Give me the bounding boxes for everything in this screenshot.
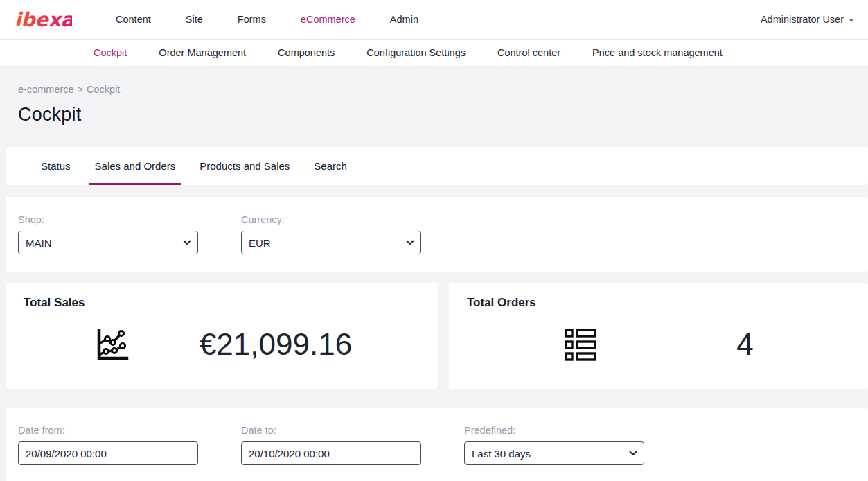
predefined-field: Predefined: Last 30 days	[464, 425, 644, 469]
shop-label: Shop:	[18, 214, 198, 225]
date-to-label: Date to:	[241, 425, 421, 436]
total-sales-title: Total Sales	[6, 283, 438, 310]
top-navbar: ibexa Content Site Forms eCommerce Admin…	[0, 0, 868, 40]
subnav-item-price-stock-management[interactable]: Price and stock management	[592, 47, 723, 58]
logo-text: ibexa	[15, 8, 72, 31]
line-chart-icon	[91, 324, 132, 365]
summary-cards-row: Total Sales €21,099.16 Total Orders	[6, 283, 868, 389]
date-from-input[interactable]	[18, 441, 198, 465]
chevron-down-icon	[849, 19, 854, 22]
ecommerce-subnav: Cockpit Order Management Components Conf…	[0, 40, 868, 67]
shop-select[interactable]: MAIN	[18, 231, 198, 254]
tab-products-and-sales[interactable]: Products and Sales	[194, 147, 295, 185]
main-menu: Content Site Forms eCommerce Admin	[98, 14, 436, 25]
tab-bar: Status Sales and Orders Products and Sal…	[6, 147, 868, 185]
orders-list-icon	[563, 326, 598, 362]
date-from-label: Date from:	[18, 425, 198, 436]
tab-sales-and-orders[interactable]: Sales and Orders	[89, 147, 181, 185]
total-sales-value: €21,099.16	[200, 327, 352, 362]
page-title: Cockpit	[18, 104, 868, 125]
breadcrumb-cockpit: Cockpit	[87, 84, 120, 95]
tab-status[interactable]: Status	[35, 147, 76, 185]
subnav-item-components[interactable]: Components	[278, 47, 335, 58]
menu-item-admin[interactable]: Admin	[373, 14, 436, 25]
menu-item-content[interactable]: Content	[98, 14, 168, 25]
menu-item-ecommerce[interactable]: eCommerce	[283, 14, 373, 25]
breadcrumb-ecommerce[interactable]: e-commerce	[18, 84, 74, 95]
predefined-select[interactable]: Last 30 days	[464, 441, 644, 465]
ibexa-logo[interactable]: ibexa	[14, 7, 72, 32]
user-menu-label: Administrator User	[761, 14, 844, 25]
shop-field: Shop: MAIN	[18, 214, 198, 254]
subnav-item-cockpit[interactable]: Cockpit	[94, 47, 127, 58]
currency-select[interactable]: EUR	[241, 231, 421, 254]
user-menu[interactable]: Administrator User	[761, 14, 854, 25]
subnav-item-configuration-settings[interactable]: Configuration Settings	[366, 47, 466, 58]
total-orders-title: Total Orders	[449, 283, 868, 310]
breadcrumb-separator: >	[78, 84, 83, 95]
total-orders-card: Total Orders 4	[449, 283, 868, 389]
menu-item-site[interactable]: Site	[168, 14, 220, 25]
currency-label: Currency:	[241, 214, 421, 225]
total-sales-card: Total Sales €21,099.16	[6, 283, 438, 389]
shop-currency-panel: Shop: MAIN Currency: EUR	[6, 197, 868, 272]
subnav-item-control-center[interactable]: Control center	[497, 47, 560, 58]
subnav-item-order-management[interactable]: Order Management	[159, 47, 246, 58]
total-orders-value: 4	[736, 327, 753, 362]
date-filter-panel: Date from: Date to: Predefined: Last 30 …	[6, 408, 868, 481]
menu-item-forms[interactable]: Forms	[220, 14, 283, 25]
currency-field: Currency: EUR	[241, 214, 421, 254]
date-to-input[interactable]	[241, 441, 421, 465]
tab-search[interactable]: Search	[308, 147, 353, 185]
breadcrumb: e-commerce>Cockpit	[18, 84, 868, 95]
predefined-label: Predefined:	[464, 425, 644, 436]
date-to-field: Date to:	[241, 425, 421, 469]
date-from-field: Date from:	[18, 425, 198, 469]
